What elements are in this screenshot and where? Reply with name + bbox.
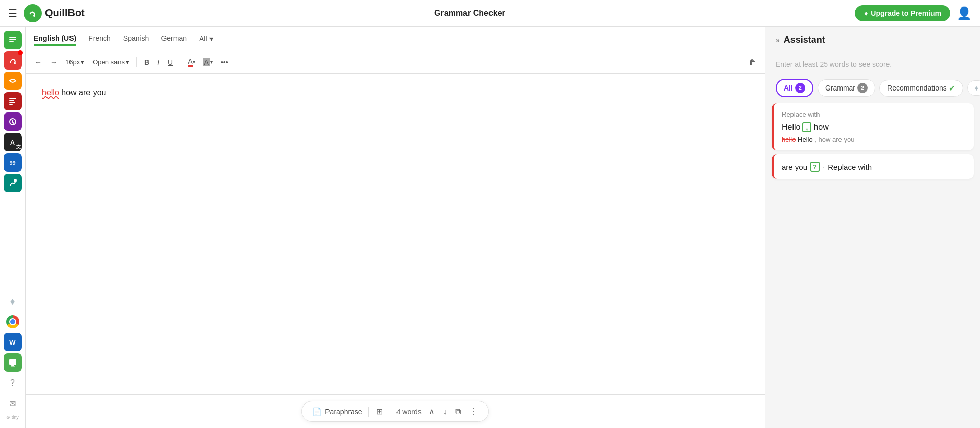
svg-point-5	[14, 62, 16, 64]
filter-tab-all[interactable]: All 2	[776, 79, 813, 97]
more-options-button[interactable]: ⋮	[468, 406, 478, 417]
sidebar-item-flow[interactable]	[4, 174, 22, 192]
undo-button[interactable]: ←	[32, 56, 45, 69]
svg-rect-9	[9, 104, 13, 105]
svg-rect-4	[9, 41, 14, 42]
sidebar-help-icon[interactable]: ?	[4, 374, 22, 392]
highlight-button[interactable]: A ▾	[200, 56, 216, 69]
hamburger-menu-icon[interactable]: ☰	[8, 7, 17, 19]
user-avatar-icon[interactable]: 👤	[956, 6, 972, 20]
sidebar-monitor-icon[interactable]	[4, 353, 22, 372]
sidebar-item-translate[interactable]: A 文	[4, 133, 22, 151]
download-button[interactable]: ↓	[442, 406, 448, 417]
main-layout: A 文 99 ♦ W ? ✉	[0, 27, 980, 428]
redo-button[interactable]: →	[47, 56, 60, 69]
grid-button[interactable]: ⊞	[375, 406, 384, 417]
dot-separator: ·	[823, 163, 825, 171]
sidebar-item-summarize[interactable]	[4, 92, 22, 110]
assistant-title: Assistant	[784, 35, 825, 46]
italic-button[interactable]: I	[154, 56, 162, 69]
original-strikethrough: hello	[782, 136, 796, 143]
toolbar-separator-2	[180, 57, 180, 67]
filter-tabs: All 2 Grammar 2 Recommendations ✔ ♦	[765, 75, 980, 103]
toolbar-separator-1	[136, 57, 137, 67]
text-color-button[interactable]: A ▾	[184, 55, 198, 69]
bold-button[interactable]: B	[141, 56, 152, 69]
editor-bottom: 📄 Paraphrase ⊞ 4 words ∧ ↓ ⧉ ⋮	[26, 394, 765, 428]
sidebar-item-citation[interactable]: 99	[4, 153, 22, 172]
filter-tab-premium[interactable]: ♦	[967, 80, 980, 96]
upgrade-premium-button[interactable]: ♦ Upgrade to Premium	[855, 5, 950, 21]
font-name-selector[interactable]: Open sans ▾	[89, 57, 132, 67]
suggestions-list: Replace with Hello , how hello Hello , h…	[765, 103, 980, 428]
paraphrase-button[interactable]: 📄 Paraphrase	[312, 407, 362, 416]
logo-icon	[24, 4, 42, 22]
more-toolbar-button[interactable]: •••	[218, 56, 231, 69]
replacement-how-text: how	[813, 123, 828, 132]
sidebar-mail-icon[interactable]: ✉	[4, 394, 22, 413]
copy-button[interactable]: ⧉	[454, 406, 462, 417]
topnav: ☰ QuillBot Grammar Checker ♦ Upgrade to …	[0, 0, 980, 27]
sidebar-chrome-icon[interactable]	[4, 312, 22, 331]
font-size-selector[interactable]: 16px ▾	[62, 57, 87, 67]
delete-button[interactable]: 🗑	[745, 56, 759, 69]
content-area: English (US) French Spanish German All ▾…	[26, 27, 980, 428]
original-correction: Hello	[798, 136, 813, 143]
sidebar-item-grammar[interactable]	[4, 31, 22, 49]
svg-rect-8	[9, 102, 15, 103]
original-rest: , how are you	[814, 136, 854, 143]
suggestion-1-label: Replace with	[782, 110, 966, 118]
upgrade-label: Upgrade to Premium	[871, 9, 941, 17]
text-underline-you: you	[93, 88, 106, 97]
filter-tab-recommendations[interactable]: Recommendations ✔	[879, 80, 963, 97]
sidebar-premium-diamond-icon[interactable]: ♦	[4, 292, 22, 310]
sidebar-bottom: ♦ W ? ✉ ⊗ tiny	[4, 292, 22, 424]
filter-tab-grammar[interactable]: Grammar 2	[818, 79, 875, 97]
sidebar-badge	[18, 50, 23, 55]
filter-recommendations-label: Recommendations	[887, 84, 947, 92]
underline-button[interactable]: U	[165, 56, 176, 69]
editor-text[interactable]: hello how are you	[42, 86, 749, 99]
comma-icon: ,	[802, 122, 811, 132]
bottom-separator-2	[390, 407, 390, 417]
editor-content[interactable]: hello how are you	[26, 74, 765, 394]
filter-all-label: All	[784, 84, 793, 92]
suggestion-card-2[interactable]: are you ? · Replace with	[772, 154, 974, 179]
left-sidebar: A 文 99 ♦ W ? ✉	[0, 27, 26, 428]
premium-diamond-icon: ♦	[975, 84, 978, 92]
suggestion-2-text: are you ? · Replace with	[782, 162, 966, 172]
diamond-icon: ♦	[864, 9, 868, 17]
word-count: 4 words	[396, 408, 422, 416]
suggestion-card-1[interactable]: Replace with Hello , how hello Hello , h…	[772, 103, 974, 150]
svg-rect-2	[9, 37, 16, 38]
chrome-logo	[6, 315, 19, 328]
filter-grammar-badge: 2	[857, 83, 868, 93]
up-arrow-button[interactable]: ∧	[428, 406, 436, 417]
lang-tab-spanish[interactable]: Spanish	[123, 32, 149, 46]
logo[interactable]: QuillBot	[24, 4, 85, 22]
lang-tab-french[interactable]: French	[88, 32, 111, 46]
paraphrase-icon: 📄	[312, 407, 322, 416]
lang-tab-english[interactable]: English (US)	[34, 32, 76, 46]
score-hint: Enter at least 25 words to see score.	[765, 54, 980, 75]
suggestion-1-original: hello Hello , how are you	[782, 136, 966, 143]
topnav-actions: ♦ Upgrade to Premium 👤	[855, 5, 972, 21]
text-error-hello: hello	[42, 88, 59, 97]
assistant-header: » Assistant	[765, 27, 980, 54]
assistant-expand-icon[interactable]: »	[776, 36, 780, 44]
suggestion-2-before: are you	[782, 163, 807, 171]
editor-panel: English (US) French Spanish German All ▾…	[26, 27, 765, 428]
editor-toolbar: ← → 16px ▾ Open sans ▾ B I U A ▾	[26, 51, 765, 74]
sidebar-item-quillbot[interactable]	[4, 51, 22, 70]
bottom-toolbar: 📄 Paraphrase ⊞ 4 words ∧ ↓ ⧉ ⋮	[301, 401, 488, 422]
svg-point-11	[14, 179, 16, 182]
lang-tab-all[interactable]: All ▾	[199, 35, 213, 43]
filter-grammar-label: Grammar	[825, 84, 855, 92]
lang-tab-german[interactable]: German	[161, 32, 187, 46]
sidebar-item-plagiarism[interactable]	[4, 112, 22, 131]
sidebar-word-icon[interactable]: W	[4, 333, 22, 351]
bottom-separator-1	[368, 407, 369, 417]
sidebar-item-paraphrase[interactable]	[4, 72, 22, 90]
language-tabs: English (US) French Spanish German All ▾	[26, 27, 765, 51]
suggestion-2-replace-label: Replace with	[828, 163, 872, 171]
